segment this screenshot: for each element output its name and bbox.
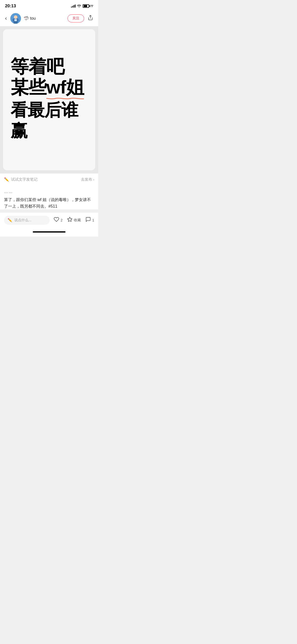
post-card: 等着吧 某些wf姐 看最后谁赢: [3, 29, 95, 170]
svg-rect-4: [14, 19, 17, 21]
wifi-icon: [77, 4, 81, 8]
follow-button[interactable]: 关注: [68, 14, 84, 22]
status-time: 20:13: [5, 4, 16, 9]
status-bar: 20:13 77: [0, 0, 98, 11]
avatar[interactable]: [10, 13, 21, 24]
dots-row: ……: [4, 189, 94, 194]
input-hint-text: 试试文字发笔记: [11, 177, 38, 182]
battery-icon: [83, 4, 89, 8]
svg-point-2: [14, 15, 17, 19]
battery-percent: 77: [90, 5, 93, 8]
like-count: 2: [60, 218, 62, 222]
post-line-3: 看最后谁赢: [11, 100, 88, 141]
input-hint-bar[interactable]: ✏️ 试试文字发笔记 去发布 ›: [0, 173, 98, 185]
shark-icon: 🦈: [23, 16, 29, 21]
post-text-content: 等着吧 某些wf姐 看最后谁赢: [11, 56, 88, 141]
username-area: 🦈 tou: [23, 16, 65, 21]
description-area: …… 算了，跟你们某些 wf 姐（说的毒唯），梦女讲不了一上，既另都不同去。#5…: [0, 185, 98, 209]
collect-label: 收藏: [74, 218, 81, 222]
username-label: tou: [30, 16, 36, 21]
comment-button[interactable]: 1: [85, 217, 94, 224]
post-line-2: 某些wf姐: [11, 77, 88, 98]
collect-button[interactable]: 收藏: [67, 217, 81, 224]
content-area: 等着吧 某些wf姐 看最后谁赢: [0, 26, 98, 173]
comment-pen-icon: ✏️: [8, 218, 12, 222]
star-icon: [67, 217, 73, 224]
chevron-right-icon: ›: [93, 178, 94, 181]
action-bar: ✏️ 说点什么... 2 收藏 1: [0, 212, 98, 229]
comment-input[interactable]: ✏️ 说点什么...: [4, 216, 50, 225]
svg-marker-6: [68, 217, 72, 221]
like-button[interactable]: 2: [54, 217, 62, 224]
comment-icon: [85, 217, 91, 224]
post-line-2-middle: wf姐: [46, 77, 84, 98]
action-buttons: 2 收藏 1: [54, 217, 94, 224]
description-text: 算了，跟你们某些 wf 姐（说的毒唯），梦女讲不了一上，既另都不同去。#511: [4, 197, 94, 209]
nav-bar: ‹ 🦈 tou 关注: [0, 11, 98, 26]
pencil-icon: ✏️: [4, 177, 9, 182]
home-indicator: [0, 229, 98, 237]
comment-placeholder: 说点什么...: [14, 218, 31, 222]
share-button[interactable]: [87, 14, 94, 23]
input-hint-left: ✏️ 试试文字发笔记: [4, 177, 38, 182]
post-line-1: 等着吧: [11, 56, 88, 77]
home-bar: [33, 231, 65, 233]
signal-icon: [71, 5, 76, 8]
back-button[interactable]: ‹: [4, 14, 8, 23]
comment-count: 1: [92, 218, 94, 222]
status-icons: 77: [71, 4, 93, 8]
publish-button[interactable]: 去发布 ›: [81, 177, 94, 182]
heart-icon: [54, 217, 59, 224]
